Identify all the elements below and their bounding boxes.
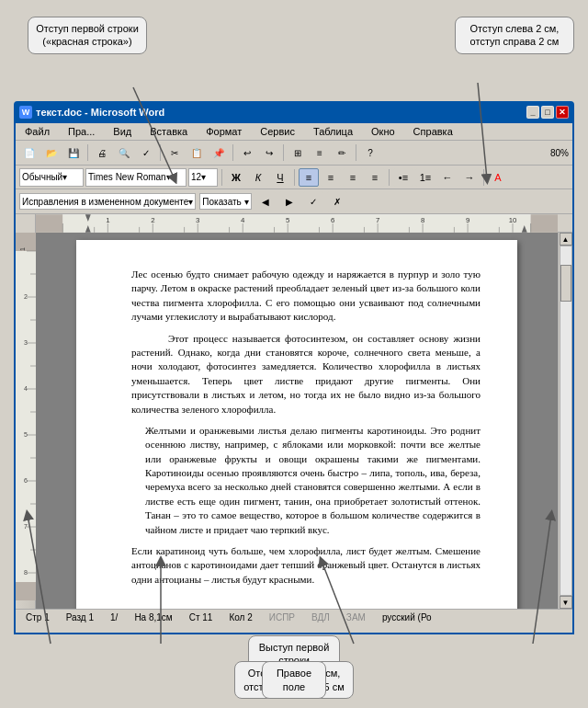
- font-selector[interactable]: Times New Roman▾: [85, 168, 187, 187]
- svg-text:4: 4: [241, 216, 245, 224]
- svg-text:2: 2: [24, 293, 28, 300]
- status-page-of: 1/: [106, 611, 122, 623]
- underline-button[interactable]: Ч: [270, 168, 290, 187]
- align-left-button[interactable]: ≡: [299, 168, 319, 187]
- ruler-scrollbar-placeholder: [558, 214, 572, 232]
- zoom-display: 80%: [550, 148, 569, 158]
- vertical-scrollbar[interactable]: ▲ ▼: [558, 233, 572, 609]
- svg-text:6: 6: [24, 477, 28, 484]
- title-bar-left: W текст.doc - Microsoft Word: [19, 106, 164, 119]
- paragraph-1: Лес осенью будто снимает рабочую одежду …: [131, 268, 481, 325]
- title-controls[interactable]: _ □ ✕: [526, 106, 569, 119]
- redo-button[interactable]: ↪: [259, 143, 279, 163]
- menu-window[interactable]: Окно: [366, 125, 401, 138]
- ruler-container: 1 2 3 4 5 6 7 8 9 10: [16, 214, 572, 233]
- svg-text:2: 2: [151, 216, 154, 224]
- minimize-button[interactable]: _: [526, 106, 539, 119]
- menu-file[interactable]: Файл: [19, 125, 55, 138]
- document-page: Лес осенью будто снимает рабочую одежду …: [76, 240, 517, 609]
- format-toolbar: Обычный▾ Times New Roman▾ 12▾ Ж К Ч ≡ ≡ …: [16, 166, 572, 189]
- track-changes-bar: Исправления в измененном документе▾ Пока…: [16, 189, 572, 214]
- bullets-button[interactable]: •≡: [393, 168, 413, 187]
- menu-tools[interactable]: Сервис: [254, 125, 300, 138]
- italic-button[interactable]: К: [248, 168, 268, 187]
- status-col-num: Кол 2: [224, 611, 256, 623]
- new-button[interactable]: 📄: [19, 143, 40, 163]
- word-icon: W: [19, 106, 32, 119]
- align-right-button[interactable]: ≡: [343, 168, 363, 187]
- next-change-button[interactable]: ▶: [279, 191, 300, 211]
- status-section: Разд 1: [62, 611, 98, 623]
- status-zam: ЗАМ: [342, 611, 370, 623]
- paste-button[interactable]: 📌: [209, 143, 229, 163]
- status-lang: русский (Ро: [378, 611, 436, 623]
- close-button[interactable]: ✕: [556, 106, 569, 119]
- menu-help[interactable]: Справка: [408, 125, 458, 138]
- font-size-selector[interactable]: 12▾: [188, 168, 218, 187]
- align-center-button[interactable]: ≡: [321, 168, 341, 187]
- menu-insert[interactable]: Вставка: [144, 125, 193, 138]
- reject-change-button[interactable]: ✗: [327, 191, 347, 211]
- preview-button[interactable]: 🔍: [114, 143, 134, 163]
- svg-rect-6: [36, 214, 62, 233]
- indent-less-button[interactable]: ←: [437, 168, 458, 187]
- scroll-thumb[interactable]: [560, 265, 571, 302]
- svg-text:4: 4: [24, 385, 28, 392]
- copy-button[interactable]: 📋: [187, 143, 207, 163]
- separator-2: [160, 144, 161, 161]
- svg-rect-8: [531, 214, 558, 233]
- horizontal-ruler: 1 2 3 4 5 6 7 8 9 10: [36, 214, 558, 233]
- svg-text:8: 8: [24, 569, 28, 576]
- prev-change-button[interactable]: ◀: [255, 191, 276, 211]
- scroll-down-button[interactable]: ▼: [560, 596, 572, 609]
- undo-button[interactable]: ↩: [237, 143, 257, 163]
- maximize-button[interactable]: □: [541, 106, 554, 119]
- svg-text:5: 5: [286, 216, 290, 224]
- fmt-sep-3: [389, 169, 390, 186]
- separator-1: [87, 144, 88, 161]
- insert-table-button[interactable]: ⊞: [288, 143, 308, 163]
- paragraph-3: Желтыми и оранжевыми листья делаю пигмен…: [145, 424, 481, 537]
- accept-change-button[interactable]: ✓: [303, 191, 323, 211]
- bold-button[interactable]: Ж: [226, 168, 246, 187]
- style-selector[interactable]: Обычный▾: [19, 168, 84, 187]
- columns-button[interactable]: ≡: [310, 143, 330, 163]
- menu-edit[interactable]: Пра...: [62, 125, 100, 138]
- draw-button[interactable]: ✏: [332, 143, 352, 163]
- font-color-button[interactable]: A: [488, 168, 508, 187]
- status-position: На 8,1см: [130, 611, 176, 623]
- print-button[interactable]: 🖨: [92, 143, 112, 163]
- fmt-sep-1: [221, 169, 222, 186]
- spell-button[interactable]: ✓: [136, 143, 156, 163]
- svg-text:7: 7: [376, 216, 379, 224]
- separator-5: [356, 144, 356, 161]
- status-page: Стр 1: [21, 611, 54, 623]
- page-container: Лес осенью будто снимает рабочую одежду …: [36, 233, 558, 609]
- save-button[interactable]: 💾: [63, 143, 84, 163]
- menu-table[interactable]: Таблица: [308, 125, 358, 138]
- status-vdl: ВДЛ: [307, 611, 334, 623]
- svg-text:1: 1: [106, 216, 109, 224]
- align-justify-button[interactable]: ≡: [365, 168, 385, 187]
- open-button[interactable]: 📂: [41, 143, 62, 163]
- svg-text:9: 9: [466, 216, 469, 224]
- scroll-up-button[interactable]: ▲: [560, 233, 572, 246]
- fmt-sep-4: [483, 169, 484, 186]
- top-right-annotation: Отступ слева 2 см, отступ справа 2 см: [455, 17, 574, 54]
- svg-rect-46: [16, 582, 36, 600]
- status-column: Ст 11: [185, 611, 218, 623]
- cut-button[interactable]: ✂: [164, 143, 185, 163]
- show-markup-button[interactable]: Показать ▾: [199, 193, 251, 210]
- word-window: W текст.doc - Microsoft Word _ □ ✕ Файл …: [14, 101, 574, 634]
- scroll-track[interactable]: [560, 246, 572, 596]
- menu-view[interactable]: Вид: [107, 125, 137, 138]
- separator-4: [283, 144, 284, 161]
- numbering-button[interactable]: 1≡: [415, 168, 435, 187]
- menu-format[interactable]: Формат: [200, 125, 247, 138]
- indent-more-button[interactable]: →: [459, 168, 480, 187]
- track-mode-selector[interactable]: Исправления в измененном документе▾: [19, 193, 196, 210]
- standard-toolbar: 📄 📂 💾 🖨 🔍 ✓ ✂ 📋 📌 ↩ ↪ ⊞ ≡ ✏ ? 80%: [16, 141, 572, 166]
- help-button[interactable]: ?: [360, 143, 380, 163]
- top-left-annotation: Отступ первой строки («красная строка»): [28, 17, 147, 54]
- svg-text:7: 7: [24, 523, 28, 530]
